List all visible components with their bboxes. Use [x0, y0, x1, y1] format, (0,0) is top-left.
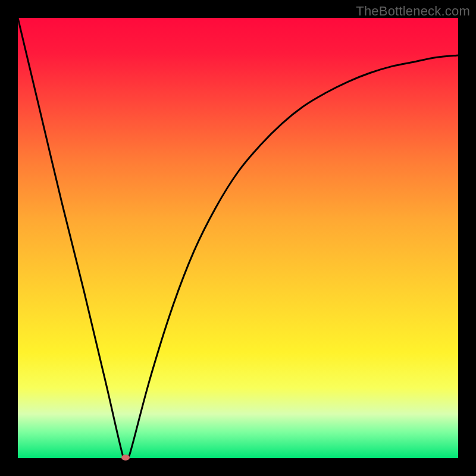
optimum-marker [121, 455, 130, 461]
chart-plot-area [18, 18, 458, 458]
bottleneck-curve [18, 18, 458, 458]
watermark-text: TheBottleneck.com [356, 4, 470, 19]
